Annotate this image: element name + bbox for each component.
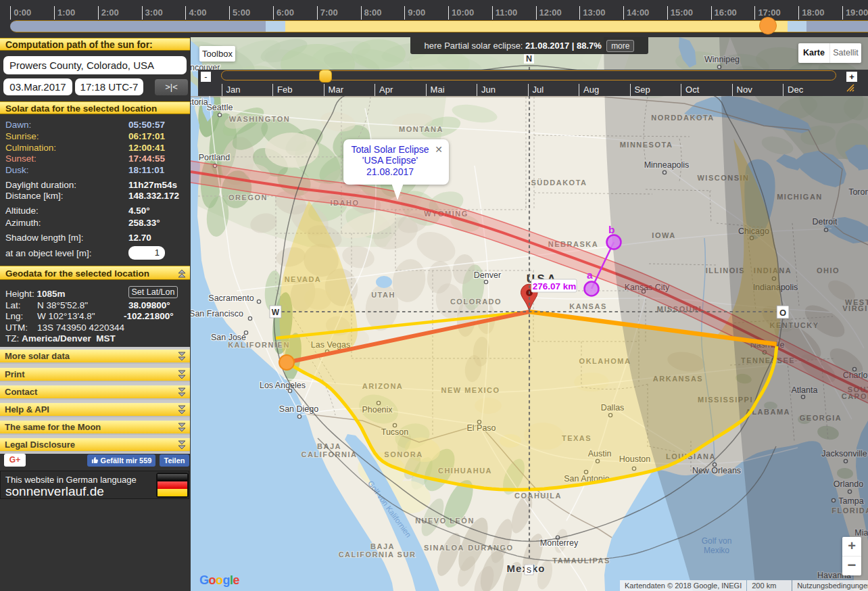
svg-text:COAHUILA: COAHUILA bbox=[514, 492, 562, 500]
svg-text:Sacramento: Sacramento bbox=[208, 293, 254, 303]
svg-text:Monterrey: Monterrey bbox=[540, 538, 579, 548]
svg-text:MONTANA: MONTANA bbox=[399, 125, 443, 133]
svg-text:Denver: Denver bbox=[474, 270, 501, 280]
svg-text:KALIFORNIEN: KALIFORNIEN bbox=[228, 341, 290, 349]
svg-text:SINALOA: SINALOA bbox=[424, 544, 464, 552]
svg-text:WASHINGTON: WASHINGTON bbox=[229, 115, 291, 123]
svg-text:COLORADO: COLORADO bbox=[450, 298, 502, 306]
svg-text:Los Angeles: Los Angeles bbox=[260, 381, 306, 390]
svg-text:N: N bbox=[526, 54, 532, 64]
svg-text:b: b bbox=[608, 224, 614, 235]
svg-text:Portland: Portland bbox=[199, 153, 231, 162]
svg-text:SÜDDAKOTA: SÜDDAKOTA bbox=[531, 179, 587, 187]
svg-text:Victoria: Victoria bbox=[191, 97, 208, 107]
svg-text:W: W bbox=[272, 308, 280, 317]
svg-text:S: S bbox=[527, 566, 531, 574]
svg-text:276.07 km: 276.07 km bbox=[533, 281, 577, 291]
svg-text:San Francisco: San Francisco bbox=[191, 309, 243, 318]
svg-text:a: a bbox=[587, 269, 593, 281]
svg-text:CALIFORNIA: CALIFORNIA bbox=[302, 450, 358, 458]
svg-text:BAJA: BAJA bbox=[370, 542, 395, 550]
svg-text:KANSAS: KANSAS bbox=[569, 302, 606, 310]
svg-text:UTAH: UTAH bbox=[371, 291, 395, 299]
svg-text:CALIFORNIA SUR: CALIFORNIA SUR bbox=[339, 550, 416, 559]
svg-text:O: O bbox=[779, 308, 786, 318]
svg-text:OREGON: OREGON bbox=[228, 193, 268, 202]
svg-text:Seattle: Seattle bbox=[207, 103, 233, 112]
